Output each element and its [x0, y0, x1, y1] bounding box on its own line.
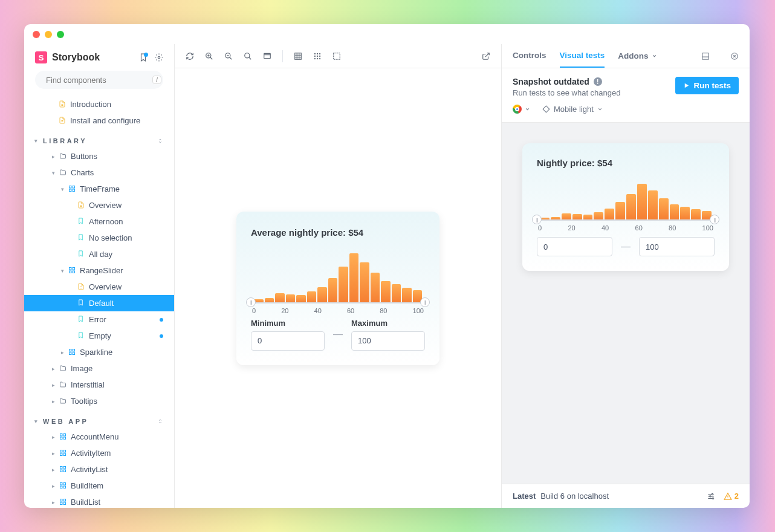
- tick-label: 40: [314, 307, 322, 314]
- sidebar-item-tooltips[interactable]: ▸Tooltips: [24, 393, 174, 409]
- zoom-reset-icon[interactable]: [244, 52, 252, 60]
- sidebar-item-no-selection[interactable]: No selection: [24, 230, 174, 246]
- sidebar-item-image[interactable]: ▸Image: [24, 360, 174, 377]
- window-minimize-dot[interactable]: [45, 31, 52, 38]
- sidebar-item-timeframe[interactable]: ▾TimeFrame: [24, 181, 174, 197]
- grid-icon[interactable]: [313, 52, 322, 60]
- close-panel-icon[interactable]: [730, 52, 739, 60]
- histogram-bar: [659, 198, 669, 220]
- tick-label: 100: [702, 224, 713, 232]
- zoom-in-icon[interactable]: [205, 52, 213, 60]
- sidebar-item-install-and-configure[interactable]: Install and configure: [24, 112, 174, 129]
- info-icon: !: [594, 77, 602, 86]
- tab-controls[interactable]: Controls: [513, 44, 546, 68]
- sidebar-item-all-day[interactable]: All day: [24, 246, 174, 262]
- sidebar-item-error[interactable]: Error: [24, 311, 174, 328]
- warning-count[interactable]: 2: [724, 491, 739, 501]
- min-label: Minimum: [251, 319, 325, 328]
- slider-handle-min[interactable]: [532, 215, 542, 224]
- search-bar[interactable]: /: [35, 71, 163, 89]
- svg-rect-17: [63, 437, 66, 440]
- folder-icon: [59, 397, 67, 405]
- svg-point-0: [158, 56, 160, 59]
- range-dash: —: [333, 329, 343, 340]
- search-input[interactable]: [46, 76, 148, 85]
- sidebar-item-overview[interactable]: Overview: [24, 279, 174, 295]
- change-indicator: [160, 318, 163, 322]
- sidebar-item-default[interactable]: Default: [24, 295, 174, 311]
- sidebar-item-label: ActivityItem: [71, 449, 111, 458]
- bookmark-icon[interactable]: [139, 53, 148, 62]
- viewport-icon[interactable]: [263, 52, 271, 60]
- panel-tabs: Controls Visual tests Addons: [502, 44, 750, 68]
- window-zoom-dot[interactable]: [57, 31, 64, 38]
- sidebar-item-activityitem[interactable]: ▸ActivityItem: [24, 445, 174, 461]
- svg-point-40: [317, 53, 317, 54]
- gear-icon[interactable]: [155, 53, 163, 62]
- doc-icon: [77, 201, 85, 209]
- navigation-tree: IntroductionInstall and configure▾LIBRAR…: [24, 96, 174, 508]
- x-axis-ticks: 020406080100: [537, 221, 715, 232]
- sidebar-item-label: TimeFrame: [80, 184, 120, 193]
- sidebar-item-buildlist[interactable]: ▸BuildList: [24, 494, 174, 508]
- refresh-icon[interactable]: [186, 52, 194, 60]
- comp-icon: [59, 482, 67, 490]
- sidebar-item-label: Introduction: [70, 100, 111, 109]
- logo[interactable]: S Storybook: [35, 51, 100, 63]
- sidebar-item-label: No selection: [89, 233, 132, 242]
- comp-icon: [59, 498, 67, 506]
- tab-visual-tests[interactable]: Visual tests: [560, 44, 605, 68]
- slider-track[interactable]: [251, 302, 425, 303]
- tab-addons[interactable]: Addons: [618, 51, 657, 60]
- settings-sliders-icon[interactable]: [707, 492, 715, 501]
- section-library[interactable]: ▾LIBRARY: [24, 134, 174, 148]
- addon-panel: Controls Visual tests Addons Snapshot ou…: [502, 44, 750, 508]
- background-icon[interactable]: [294, 52, 302, 60]
- min-input[interactable]: [251, 331, 325, 351]
- tick-label: 0: [538, 224, 542, 232]
- max-input[interactable]: [639, 237, 715, 256]
- outline-icon[interactable]: [332, 52, 341, 60]
- zoom-out-icon[interactable]: [224, 52, 233, 60]
- window-close-dot[interactable]: [33, 31, 40, 38]
- histogram-bar: [691, 209, 701, 220]
- histogram-bar: [605, 209, 614, 220]
- histogram-bar: [328, 278, 338, 303]
- sidebar-item-label: Default: [89, 299, 114, 308]
- viewport-picker[interactable]: Mobile light: [542, 105, 603, 114]
- sidebar-item-activitylist[interactable]: ▸ActivityList: [24, 461, 174, 478]
- sidebar-item-introduction[interactable]: Introduction: [24, 96, 174, 112]
- slider-track[interactable]: [537, 219, 715, 221]
- sidebar-item-afternoon[interactable]: Afternoon: [24, 213, 174, 230]
- sidebar-item-label: Afternoon: [89, 217, 123, 226]
- story-icon: [77, 299, 85, 307]
- sidebar-item-buttons[interactable]: ▸Buttons: [24, 148, 174, 164]
- sidebar-item-sparkline[interactable]: ▸Sparkline: [24, 344, 174, 360]
- slider-handle-max[interactable]: [710, 215, 719, 224]
- svg-point-52: [709, 495, 710, 496]
- sidebar-item-builditem[interactable]: ▸BuildItem: [24, 478, 174, 494]
- open-external-icon[interactable]: [482, 52, 490, 60]
- browser-picker[interactable]: [513, 105, 530, 114]
- svg-rect-2: [70, 186, 72, 189]
- sidebar-item-interstitial[interactable]: ▸Interstitial: [24, 377, 174, 393]
- sidebar-item-accountmenu[interactable]: ▸AccountMenu: [24, 429, 174, 445]
- sidebar-item-rangeslider[interactable]: ▾RangeSlider: [24, 262, 174, 279]
- sidebar-item-label: AccountMenu: [71, 432, 119, 441]
- svg-rect-15: [63, 434, 66, 436]
- sidebar-item-overview[interactable]: Overview: [24, 197, 174, 213]
- panel-layout-icon[interactable]: [701, 52, 710, 60]
- section-web-app[interactable]: ▾WEB APP: [24, 414, 174, 429]
- slider-handle-min[interactable]: [246, 297, 256, 307]
- comp-icon: [68, 348, 76, 356]
- max-input[interactable]: [351, 331, 425, 351]
- histogram-bar: [317, 287, 327, 303]
- slider-handle-max[interactable]: [420, 297, 430, 307]
- run-tests-button[interactable]: Run tests: [675, 77, 739, 94]
- app-name: Storybook: [52, 52, 100, 63]
- sidebar-item-empty[interactable]: Empty: [24, 328, 174, 344]
- min-input[interactable]: [537, 237, 612, 256]
- chevron-down-icon: [652, 53, 657, 59]
- svg-point-53: [712, 498, 713, 499]
- sidebar-item-charts[interactable]: ▾Charts: [24, 164, 174, 181]
